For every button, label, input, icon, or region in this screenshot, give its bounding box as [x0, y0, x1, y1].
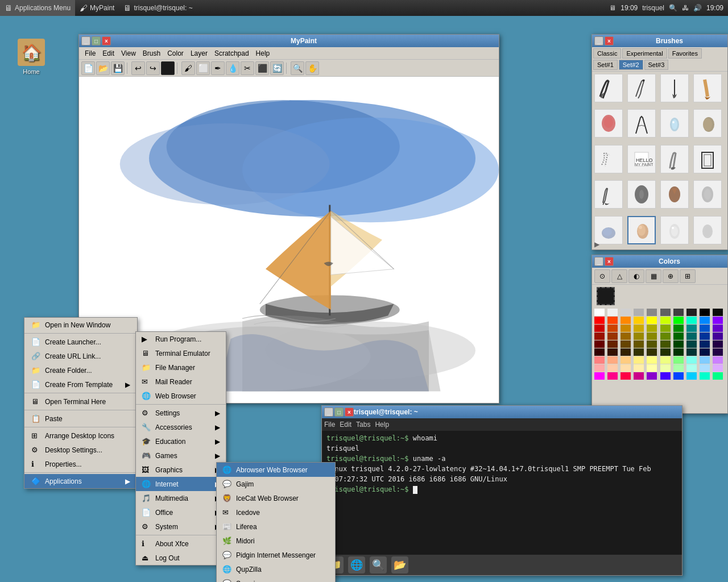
internet-pidgin[interactable]: 💬 Pidgin Internet Messenger [217, 548, 335, 562]
brush-cell-19[interactable] [693, 216, 722, 244]
fill-tool[interactable]: ✒ [211, 61, 225, 75]
symmetry-tool[interactable]: 🔄 [270, 61, 284, 75]
swatch-vv9[interactable] [713, 372, 723, 380]
swatch-dk2[interactable] [621, 340, 631, 348]
mypaint-menu-layer[interactable]: Layer [187, 48, 211, 59]
colors-close-btn[interactable]: × [605, 257, 614, 266]
terminal-taskbar-icon-1[interactable]: 🌐 [348, 556, 365, 573]
swatch-br1[interactable] [607, 332, 618, 340]
brushes-tab-classic[interactable]: Classic [593, 48, 621, 59]
mypaint-menu-color[interactable]: Color [164, 48, 187, 59]
apps-terminal-emulator[interactable]: 🖥 Terminal Emulator [136, 346, 226, 360]
save-btn[interactable]: 💾 [111, 61, 125, 75]
swatch-yellow[interactable] [647, 317, 657, 324]
swatch-vl0[interactable] [594, 364, 605, 372]
brushes-tab-favorites[interactable]: Favorites [668, 48, 702, 59]
mypaint-menu-view[interactable]: View [118, 48, 139, 59]
brush-cell-6[interactable] [660, 109, 689, 138]
hand-tool[interactable]: ✋ [305, 61, 319, 75]
swatch-dk5[interactable] [660, 340, 671, 348]
apps-graphics[interactable]: 🖼 Graphics ▶ [136, 463, 226, 477]
swatch-teal[interactable] [686, 317, 697, 324]
swatch-r3[interactable] [634, 317, 644, 324]
swatch-vv6[interactable] [673, 372, 684, 380]
brush-cell-7[interactable] [693, 109, 722, 138]
apps-office[interactable]: 📄 Office ▶ [136, 505, 226, 519]
swatch-br4[interactable] [647, 332, 657, 340]
swatch-7[interactable] [700, 309, 710, 316]
swatch-white[interactable] [594, 309, 605, 316]
swatch-blue[interactable] [700, 317, 710, 324]
brushes-tab-set1[interactable]: Set#1 [593, 60, 618, 70]
swatch-dr3[interactable] [634, 325, 644, 332]
swatch-green[interactable] [673, 317, 684, 324]
brush-cell-4[interactable] [594, 109, 623, 138]
mypaint-menu-brush[interactable]: Brush [139, 48, 164, 59]
mypaint-menu-file[interactable]: File [81, 48, 99, 59]
swatch-dr1[interactable] [607, 325, 618, 332]
swatch-vv0[interactable] [594, 372, 605, 380]
select-tool[interactable]: ✂ [241, 61, 254, 75]
internet-qupzilla[interactable]: 🌐 QupZilla [217, 562, 335, 576]
swatch-br2[interactable] [621, 332, 631, 340]
ctx-arrange-icons[interactable]: ⊞ Arrange Desktop Icons [24, 429, 137, 443]
apps-system[interactable]: ⚙ System ▶ [136, 519, 226, 534]
swatch-vv1[interactable] [607, 372, 618, 380]
terminal-taskbar-item[interactable]: 🖥 trisquel@trisquel: ~ [119, 0, 197, 16]
mypaint-minimize-btn[interactable]: _ [81, 36, 90, 45]
swatch-1[interactable] [621, 309, 631, 316]
brush-cell-3[interactable] [693, 74, 722, 102]
swatch-dr4[interactable] [647, 325, 657, 332]
terminal-menu-edit[interactable]: Edit [340, 421, 351, 429]
new-btn[interactable]: 📄 [81, 61, 95, 75]
swatch-vv4[interactable] [647, 372, 657, 380]
paint-tool[interactable]: 🖌 [181, 61, 195, 75]
picker-tool[interactable]: 💧 [226, 61, 239, 75]
ctx-create-template[interactable]: 📄 Create From Template ▶ [24, 377, 137, 392]
ctx-applications[interactable]: 🔷 Applications ▶ [24, 474, 137, 488]
apps-internet[interactable]: 🌐 Internet ▶ [136, 477, 226, 491]
terminal-taskbar-icon-3[interactable]: 📂 [391, 556, 408, 573]
terminal-maximize-btn[interactable]: □ [334, 408, 344, 417]
ctx-properties[interactable]: ℹ Properties... [24, 457, 137, 471]
brush-cell-8[interactable] [594, 145, 623, 173]
swatch-br3[interactable] [634, 332, 644, 340]
swatch-vl4[interactable] [647, 364, 657, 372]
brushes-minimize-btn[interactable]: _ [594, 36, 603, 45]
brush-cell-17[interactable] [627, 216, 656, 244]
brush-cell-1[interactable] [627, 74, 656, 102]
terminal-close-btn[interactable]: × [345, 408, 354, 417]
swatch-dk0[interactable] [594, 340, 605, 348]
internet-icecat[interactable]: 🦁 IceCat Web Browser [217, 491, 335, 505]
brush-cell-18[interactable] [660, 216, 689, 244]
swatch-vl1[interactable] [607, 364, 618, 372]
swatch-dr5[interactable] [660, 325, 671, 332]
apps-about-xfce[interactable]: ℹ About Xfce [136, 537, 226, 551]
swatch-lt0[interactable] [594, 348, 605, 356]
swatch-vl9[interactable] [713, 364, 723, 372]
ctx-open-terminal[interactable]: 🖥 Open Terminal Here [24, 394, 137, 409]
swatch-dk1[interactable] [607, 340, 618, 348]
swatch-6[interactable] [686, 309, 697, 316]
ctx-open-new-window[interactable]: 📁 Open in New Window [24, 318, 137, 332]
terminal-minimize-btn[interactable]: _ [324, 408, 333, 417]
brush-cell-11[interactable] [693, 145, 722, 173]
swatch-vl8[interactable] [700, 364, 710, 372]
swatch-5[interactable] [673, 309, 684, 316]
swatch-r2[interactable] [621, 317, 631, 324]
color-triangle-btn[interactable]: △ [611, 269, 627, 283]
open-btn[interactable]: 📂 [96, 61, 110, 75]
swatch-0[interactable] [607, 309, 618, 316]
swatch-vl5[interactable] [660, 364, 671, 372]
brush-cell-9[interactable]: HELLOMY PAINT [627, 145, 656, 173]
swatch-lc9[interactable] [713, 356, 723, 364]
brushes-tab-set3[interactable]: Set#3 [644, 60, 669, 70]
mypaint-menu-help[interactable]: Help [253, 48, 274, 59]
mypaint-menu-scratchpad[interactable]: Scratchpad [211, 48, 253, 59]
brush-cell-5[interactable] [627, 109, 656, 138]
selected-color-swatch[interactable] [597, 287, 615, 305]
swatch-br5[interactable] [660, 332, 671, 340]
brush-cell-12[interactable] [594, 180, 623, 209]
color-wheel-btn[interactable]: ⊙ [594, 269, 610, 283]
colors-minimize-btn[interactable]: _ [594, 257, 603, 266]
